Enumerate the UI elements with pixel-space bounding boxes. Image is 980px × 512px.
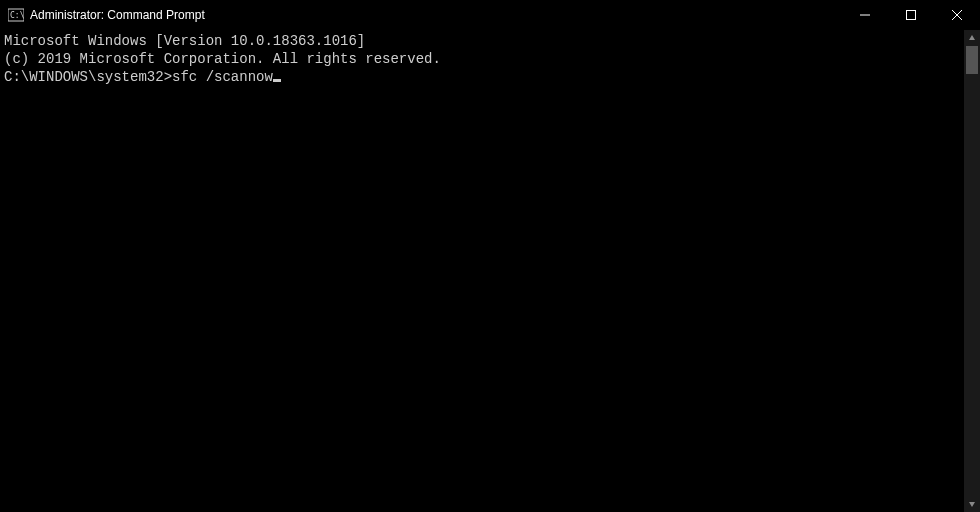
titlebar-controls — [842, 0, 980, 30]
titlebar-left: C:\ Administrator: Command Prompt — [0, 7, 842, 23]
output-line: Microsoft Windows [Version 10.0.18363.10… — [4, 32, 960, 50]
window-title: Administrator: Command Prompt — [30, 8, 205, 22]
maximize-button[interactable] — [888, 0, 934, 30]
prompt-line: C:\WINDOWS\system32>sfc /scannow — [4, 69, 281, 85]
titlebar[interactable]: C:\ Administrator: Command Prompt — [0, 0, 980, 30]
prompt-path: C:\WINDOWS\system32> — [4, 69, 172, 85]
scroll-up-arrow-icon[interactable] — [964, 30, 980, 46]
svg-text:C:\: C:\ — [10, 11, 24, 20]
content-area: Microsoft Windows [Version 10.0.18363.10… — [0, 30, 980, 512]
output-line: (c) 2019 Microsoft Corporation. All righ… — [4, 50, 960, 68]
terminal-output[interactable]: Microsoft Windows [Version 10.0.18363.10… — [0, 30, 964, 512]
scroll-down-arrow-icon[interactable] — [964, 496, 980, 512]
scroll-thumb[interactable] — [966, 46, 978, 74]
cmd-icon: C:\ — [8, 7, 24, 23]
scroll-track[interactable] — [964, 46, 980, 496]
text-cursor — [273, 79, 281, 82]
svg-rect-3 — [907, 11, 916, 20]
command-prompt-window: C:\ Administrator: Command Prompt — [0, 0, 980, 512]
command-input[interactable]: sfc /scannow — [172, 69, 273, 85]
close-button[interactable] — [934, 0, 980, 30]
vertical-scrollbar[interactable] — [964, 30, 980, 512]
minimize-button[interactable] — [842, 0, 888, 30]
